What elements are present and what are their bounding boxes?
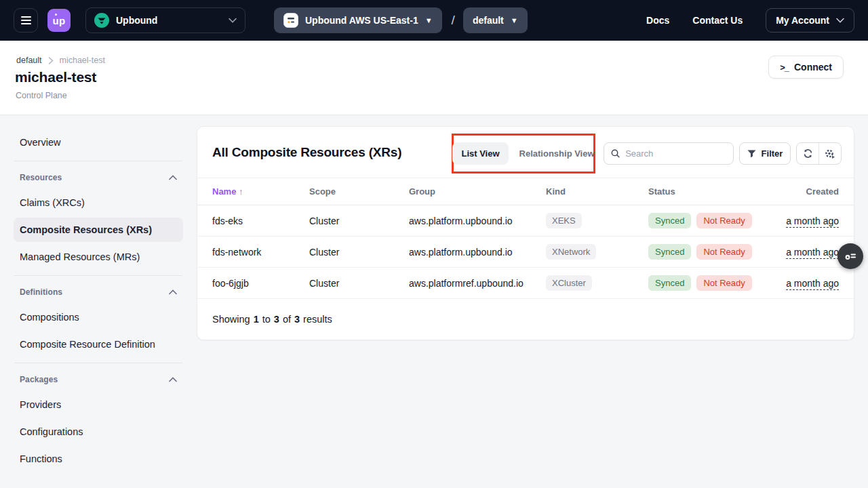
- resource-group: aws.platform.upbound.io: [409, 247, 546, 258]
- resource-scope: Cluster: [309, 247, 409, 258]
- control-plane-icon: [283, 13, 298, 28]
- organization-name: Upbound: [116, 15, 157, 26]
- chevron-right-icon: [48, 57, 54, 64]
- column-header-scope[interactable]: Scope: [309, 186, 409, 197]
- group-switcher[interactable]: default ▼: [463, 7, 528, 33]
- control-plane-switcher[interactable]: Upbound AWS US-East-1 ▼: [274, 7, 442, 33]
- resources-table: Name ↑ Scope Group Kind Status Created f…: [197, 178, 854, 299]
- annotation-rectangle: List View Relationship View: [452, 134, 595, 174]
- sidebar-item-claims[interactable]: Claims (XRCs): [14, 190, 183, 215]
- resource-name[interactable]: fds-eks: [212, 216, 309, 226]
- topbar: up Upbound Upbound AWS US-East-1 ▼ / def…: [0, 0, 868, 41]
- divider: [14, 161, 182, 161]
- column-header-name[interactable]: Name ↑: [212, 186, 309, 197]
- contact-us-link[interactable]: Contact Us: [692, 15, 743, 26]
- resource-scope: Cluster: [309, 216, 409, 226]
- group-name: default: [473, 15, 504, 26]
- sidebar-item-functions[interactable]: Functions: [14, 447, 183, 471]
- feedback-widget-button[interactable]: [837, 243, 863, 269]
- form-list-icon: [844, 250, 857, 262]
- panel-header: All Composite Resources (XRs) List View …: [197, 127, 854, 178]
- sidebar: Overview Resources Claims (XRCs) Composi…: [0, 115, 197, 488]
- sidebar-section-definitions[interactable]: Definitions: [14, 282, 183, 302]
- sidebar-item-overview[interactable]: Overview: [14, 130, 183, 155]
- divider: [14, 275, 182, 276]
- column-header-status[interactable]: Status: [648, 186, 784, 197]
- column-header-kind[interactable]: Kind: [546, 186, 648, 197]
- search-input[interactable]: [625, 148, 726, 159]
- upbound-logo[interactable]: up: [47, 9, 71, 32]
- tab-list-view[interactable]: List View: [452, 142, 508, 165]
- kind-badge: XNetwork: [546, 244, 596, 260]
- terminal-icon: >_: [780, 62, 789, 73]
- resource-scope: Cluster: [309, 278, 409, 289]
- table-header-row: Name ↑ Scope Group Kind Status Created: [197, 178, 854, 205]
- hamburger-icon: [21, 16, 31, 18]
- page-title: michael-test: [15, 69, 96, 85]
- created-timestamp[interactable]: a month ago: [786, 278, 839, 290]
- sidebar-item-compositions[interactable]: Compositions: [14, 305, 183, 329]
- docs-link[interactable]: Docs: [646, 15, 669, 26]
- breadcrumb-parent[interactable]: default: [16, 56, 42, 65]
- sidebar-item-composite-resource-definition[interactable]: Composite Resource Definition: [14, 332, 183, 357]
- chevron-up-icon: [169, 377, 177, 382]
- divider: [14, 363, 182, 363]
- status-badge-not-ready: Not Ready: [696, 275, 751, 291]
- organization-switcher[interactable]: Upbound: [85, 7, 245, 33]
- kind-badge: XCluster: [546, 275, 592, 291]
- panel-title: All Composite Resources (XRs): [212, 145, 401, 160]
- logo-text: up: [53, 15, 66, 26]
- composite-resources-panel: All Composite Resources (XRs) List View …: [197, 126, 854, 340]
- breadcrumb: default michael-test: [16, 56, 105, 65]
- status-badge-synced: Synced: [648, 213, 691, 228]
- table-row[interactable]: fds-eks Cluster aws.platform.upbound.io …: [197, 205, 854, 237]
- sidebar-item-managed-resources[interactable]: Managed Resources (MRs): [14, 245, 183, 269]
- refresh-button[interactable]: [797, 143, 818, 164]
- table-row[interactable]: fds-network Cluster aws.platform.upbound…: [197, 237, 854, 268]
- hamburger-menu-button[interactable]: [14, 8, 38, 33]
- topbar-right: Docs Contact Us My Account: [646, 8, 868, 33]
- my-account-menu[interactable]: My Account: [766, 8, 854, 33]
- resource-name[interactable]: fds-network: [212, 247, 309, 258]
- filter-button[interactable]: Filter: [739, 142, 791, 165]
- org-avatar-icon: [94, 13, 109, 28]
- connect-label: Connect: [794, 62, 832, 73]
- page-subtitle: Control Plane: [16, 91, 67, 100]
- sidebar-item-providers[interactable]: Providers: [14, 392, 183, 417]
- status-badge-synced: Synced: [648, 244, 691, 260]
- breadcrumb-current: michael-test: [60, 56, 105, 65]
- sidebar-item-composite-resources[interactable]: Composite Resources (XRs): [14, 218, 183, 242]
- chevron-up-icon: [169, 289, 177, 295]
- table-actions-group: [796, 142, 842, 165]
- status-badge-not-ready: Not Ready: [696, 244, 751, 260]
- column-header-created[interactable]: Created: [806, 186, 839, 197]
- chevron-down-icon: [229, 18, 237, 23]
- control-plane-name: Upbound AWS US-East-1: [305, 15, 418, 26]
- connect-button[interactable]: >_ Connect: [768, 56, 844, 79]
- tab-relationship-view[interactable]: Relationship View: [519, 148, 595, 159]
- chevron-up-icon: [169, 175, 177, 180]
- table-footer: Showing 1 to 3 of 3 results: [197, 299, 854, 339]
- page-header: default michael-test michael-test Contro…: [0, 41, 868, 115]
- resource-group: aws.platformref.upbound.io: [409, 278, 546, 289]
- table-row[interactable]: foo-6jgjb Cluster aws.platformref.upboun…: [197, 268, 854, 299]
- sidebar-section-packages[interactable]: Packages: [14, 369, 183, 390]
- filter-funnel-icon: [747, 150, 756, 158]
- resource-name[interactable]: foo-6jgjb: [212, 278, 309, 289]
- filter-label: Filter: [762, 148, 783, 159]
- path-separator: /: [452, 13, 455, 28]
- search-icon: [611, 148, 620, 159]
- search-box: [604, 142, 734, 165]
- caret-down-icon: ▼: [425, 17, 433, 24]
- sidebar-item-configurations[interactable]: Configurations: [14, 420, 183, 444]
- caret-down-icon: ▼: [511, 17, 518, 24]
- refresh-icon: [803, 148, 813, 159]
- logo-dot: [55, 14, 57, 16]
- created-timestamp[interactable]: a month ago: [786, 216, 839, 228]
- resource-group: aws.platform.upbound.io: [409, 216, 546, 226]
- auto-refresh-settings-button[interactable]: [818, 143, 841, 164]
- column-header-group[interactable]: Group: [409, 186, 546, 197]
- sidebar-section-resources[interactable]: Resources: [14, 167, 183, 188]
- chevron-down-icon: [836, 18, 844, 23]
- created-timestamp[interactable]: a month ago: [786, 247, 839, 259]
